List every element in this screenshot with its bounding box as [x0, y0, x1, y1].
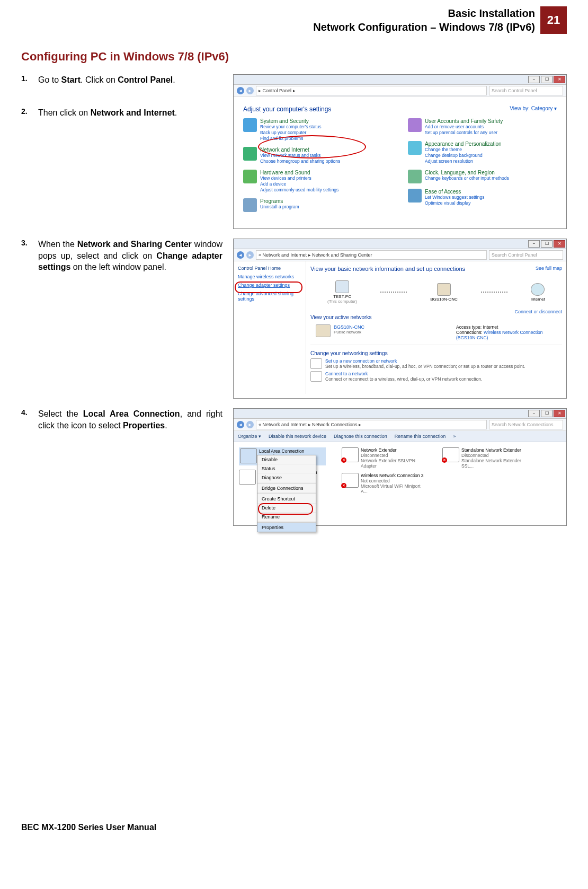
search-input[interactable]: Search Control Panel: [489, 250, 563, 260]
back-icon[interactable]: ◄: [237, 251, 244, 259]
minimize-icon[interactable]: −: [528, 240, 540, 248]
sidebar-link[interactable]: Manage wireless networks: [238, 274, 301, 279]
menu-item-status[interactable]: Status: [257, 464, 316, 473]
search-input[interactable]: Search Network Connections: [489, 420, 563, 429]
connection-item[interactable]: Wireless Network Connection 3Not connect…: [342, 473, 426, 494]
category-item[interactable]: Appearance and PersonalizationChange the…: [408, 141, 557, 164]
connection-icon: [342, 447, 359, 462]
close-icon[interactable]: ✕: [554, 240, 565, 248]
maximize-icon[interactable]: ☐: [541, 410, 553, 417]
breadcrumb[interactable]: « Network and Internet ▸ Network and Sha…: [256, 250, 487, 260]
page-header: Basic Installation Network Configuration…: [21, 0, 567, 34]
step-text: Select the Local Area Connection, and ri…: [38, 408, 222, 431]
connection-icon: [239, 470, 256, 485]
category-icon: [408, 118, 422, 132]
section-title: Configuring PC in Windows 7/8 (IPv6): [21, 50, 567, 64]
connection-icon: [442, 447, 459, 462]
category-icon: [408, 189, 422, 203]
maximize-icon[interactable]: ☐: [541, 76, 553, 83]
toolbar-item[interactable]: Rename this connection: [395, 434, 446, 439]
category-icon: [243, 198, 257, 212]
sidebar-link[interactable]: Change advanced sharing settings: [238, 291, 301, 302]
network-node: TEST-PC(This computer): [327, 280, 357, 304]
close-icon[interactable]: ✕: [554, 76, 565, 83]
menu-item-properties[interactable]: Properties: [257, 523, 316, 532]
forward-icon[interactable]: ►: [246, 251, 254, 259]
screenshot-network-sharing: − ☐ ✕ ◄ ► « Network and Internet ▸ Netwo…: [233, 239, 567, 399]
back-icon[interactable]: ◄: [237, 87, 244, 94]
category-item[interactable]: Clock, Language, and RegionChange keyboa…: [408, 170, 557, 183]
maximize-icon[interactable]: ☐: [541, 240, 553, 248]
close-icon[interactable]: ✕: [554, 410, 565, 417]
screenshot-control-panel: − ☐ ✕ ◄ ► ▸ Control Panel ▸ Search Contr…: [233, 74, 567, 229]
menu-item-bridge-connections[interactable]: Bridge Connections: [257, 484, 316, 493]
minimize-icon[interactable]: −: [528, 76, 540, 83]
connection-item[interactable]: Standalone Network ExtenderDisconnectedS…: [442, 447, 527, 469]
main-title: View your basic network information and …: [310, 266, 465, 272]
minimize-icon[interactable]: −: [528, 410, 540, 417]
menu-item-disable[interactable]: Disable: [257, 455, 316, 464]
network-node: Internet: [531, 283, 545, 302]
side-title: Control Panel Home: [238, 266, 301, 271]
header-line2: Network Configuration – Windows 7/8 (IPv…: [313, 20, 535, 34]
category-icon: [243, 170, 257, 183]
panel-heading: Adjust your computer's settings: [243, 105, 331, 113]
connection-item[interactable]: Network ExtenderDisconnectedNetwork Exte…: [342, 447, 426, 469]
back-icon[interactable]: ◄: [237, 421, 244, 428]
connection-icon: [342, 473, 359, 488]
category-icon: [243, 147, 257, 161]
menu-item-delete[interactable]: Delete: [257, 504, 316, 513]
category-item[interactable]: System and SecurityReview your computer'…: [243, 118, 392, 142]
step-number: 3.: [21, 239, 38, 247]
screenshot-network-connections: − ☐ ✕ ◄ ► « Network and Internet ▸ Netwo…: [233, 408, 567, 526]
page-number: 21: [540, 6, 567, 34]
step-number: 4.: [21, 408, 38, 417]
view-by[interactable]: View by: Category ▾: [510, 105, 557, 113]
toolbar-item[interactable]: Diagnose this connection: [334, 434, 387, 439]
category-item[interactable]: Hardware and SoundView devices and print…: [243, 170, 392, 193]
category-icon: [408, 141, 422, 155]
menu-item-create-shortcut[interactable]: Create Shortcut: [257, 495, 316, 504]
toolbar-item[interactable]: »: [453, 434, 456, 439]
category-icon: [408, 170, 422, 183]
breadcrumb[interactable]: ▸ Control Panel ▸: [256, 86, 487, 95]
forward-icon[interactable]: ►: [246, 87, 254, 94]
category-item[interactable]: Ease of AccessLet Windows suggest settin…: [408, 189, 557, 206]
network-node: BGS10N-CNC: [430, 283, 458, 302]
step-text: Then click on Network and Internet.: [38, 107, 177, 119]
network-option[interactable]: Connect to a networkConnect or reconnect…: [310, 371, 562, 382]
connect-link[interactable]: Connect or disconnect: [514, 309, 562, 322]
toolbar-item[interactable]: Organize ▾: [238, 434, 261, 439]
category-icon: [243, 118, 257, 132]
breadcrumb[interactable]: « Network and Internet ▸ Network Connect…: [256, 420, 487, 429]
search-input[interactable]: Search Control Panel: [489, 86, 563, 95]
network-option[interactable]: Set up a new connection or networkSet up…: [310, 358, 562, 369]
step-number: 2.: [21, 107, 38, 116]
context-menu: DisableStatusDiagnoseBridge ConnectionsC…: [257, 455, 316, 532]
step-number: 1.: [21, 74, 38, 83]
category-item[interactable]: Network and InternetView network status …: [243, 147, 392, 164]
toolbar-item[interactable]: Disable this network device: [269, 434, 326, 439]
step-text: Go to Start. Click on Control Panel.: [38, 74, 175, 86]
category-item[interactable]: User Accounts and Family SafetyAdd or re…: [408, 118, 557, 136]
menu-item-rename[interactable]: Rename: [257, 513, 316, 522]
connection-icon: [240, 448, 257, 463]
header-line1: Basic Installation: [313, 6, 535, 20]
see-full-map-link[interactable]: See full map: [536, 266, 562, 276]
sidebar-link-change-adapter[interactable]: Change adapter settings: [238, 283, 301, 288]
forward-icon[interactable]: ►: [246, 421, 254, 428]
category-item[interactable]: ProgramsUninstall a program: [243, 198, 392, 212]
step-text: When the Network and Sharing Center wind…: [38, 239, 222, 273]
footer: BEC MX-1200 Series User Manual: [21, 823, 156, 832]
menu-item-diagnose[interactable]: Diagnose: [257, 473, 316, 482]
